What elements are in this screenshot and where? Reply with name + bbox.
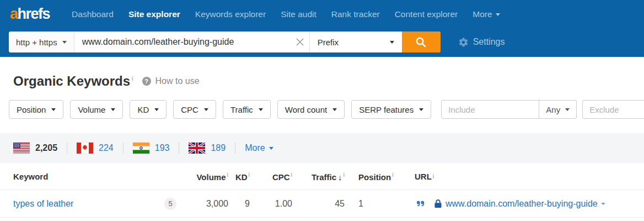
more-countries-button[interactable]: More xyxy=(245,143,273,153)
nav-item-site-audit[interactable]: Site audit xyxy=(281,9,316,19)
country-tab-india[interactable]: 193 xyxy=(133,143,170,154)
chevron-down-icon xyxy=(154,108,159,111)
target-url-input[interactable] xyxy=(74,31,291,52)
chevron-down-icon xyxy=(390,41,394,44)
country-count: 2,205 xyxy=(35,143,57,153)
chevron-down-icon xyxy=(111,108,115,111)
nav-item-content-explorer[interactable]: Content explorer xyxy=(395,9,458,19)
traffic-cell: 45 xyxy=(292,199,345,209)
exclude-input[interactable] xyxy=(583,101,644,118)
filter-toolbar: Position Volume KD CPC Traffic Word coun… xyxy=(9,100,644,119)
title-row: Organic Keywordsi ? How to use xyxy=(0,57,644,89)
chevron-down-icon xyxy=(332,108,337,111)
country-tab-united-kingdom[interactable]: 189 xyxy=(189,143,226,154)
table-row: types of leather 5 3,000 9 1.00 45 1 www… xyxy=(0,190,644,218)
column-header-volume[interactable]: Volumei xyxy=(176,171,228,182)
nav-item-site-explorer[interactable]: Site explorer xyxy=(128,9,180,19)
include-input[interactable] xyxy=(442,105,539,114)
filter-volume[interactable]: Volume xyxy=(70,100,123,119)
filter-word-count[interactable]: Word count xyxy=(277,100,345,119)
url-cell: www.domain.com/leather-buying-guide xyxy=(408,199,644,209)
settings-button[interactable]: Settings xyxy=(458,37,505,48)
match-mode-dropdown[interactable]: Any xyxy=(539,101,576,118)
column-header-url[interactable]: URLi xyxy=(408,172,644,181)
clear-input-button[interactable] xyxy=(291,31,309,52)
keyword-cell: types of leather 5 xyxy=(13,198,176,210)
filter-position[interactable]: Position xyxy=(9,100,63,119)
filter-serp-features[interactable]: SERP features xyxy=(351,100,431,119)
sort-descending-icon: ↓ xyxy=(338,172,342,182)
column-header-kd[interactable]: KDi xyxy=(228,171,250,182)
us-flag-icon xyxy=(13,143,30,154)
exclude-filter xyxy=(582,100,644,119)
mode-dropdown[interactable]: Prefix xyxy=(309,31,402,52)
url-link[interactable]: www.domain.com/leather-buying-guide xyxy=(446,199,598,209)
column-header-cpc[interactable]: CPCi xyxy=(250,171,292,182)
canada-flag-icon xyxy=(77,143,93,154)
page-title: Organic Keywordsi xyxy=(13,73,133,89)
country-count: 193 xyxy=(155,143,170,153)
include-filter: Any xyxy=(441,100,577,119)
lock-icon xyxy=(434,199,442,208)
nav-item-dashboard[interactable]: Dashboard xyxy=(72,9,114,19)
divider xyxy=(179,143,179,154)
india-flag-icon xyxy=(133,143,149,154)
position-cell: 1 xyxy=(345,199,408,209)
column-header-keyword[interactable]: Keyword xyxy=(13,172,176,181)
chevron-down-icon[interactable] xyxy=(601,203,605,205)
country-tab-canada[interactable]: 224 xyxy=(77,143,114,154)
country-count: 189 xyxy=(211,143,226,153)
info-superscript: i xyxy=(392,171,393,178)
table-header: Keyword Volumei KDi CPCi Traffic↓i Posit… xyxy=(0,163,644,190)
logo-rest: hrefs xyxy=(18,6,50,22)
nav-item-keywords-explorer[interactable]: Keywords explorer xyxy=(195,9,266,19)
nav-item-rank-tracker[interactable]: Rank tracker xyxy=(331,9,380,19)
chevron-down-icon xyxy=(259,108,263,111)
how-to-use-link[interactable]: ? How to use xyxy=(142,76,200,86)
filter-traffic[interactable]: Traffic xyxy=(223,100,271,119)
info-superscript: i xyxy=(433,173,434,180)
serp-features-badge[interactable]: 5 xyxy=(164,198,176,210)
close-icon xyxy=(296,38,304,46)
ahrefs-logo[interactable]: ahrefs xyxy=(10,6,50,23)
top-header: ahrefs Dashboard Site explorer Keywords … xyxy=(0,0,644,57)
uk-flag-icon xyxy=(189,143,205,154)
keyword-link[interactable]: types of leather xyxy=(13,199,73,209)
info-superscript: i xyxy=(132,75,133,82)
divider xyxy=(123,143,124,154)
country-count: 224 xyxy=(99,143,114,153)
search-bar: http + https Prefix xyxy=(9,31,441,52)
volume-cell: 3,000 xyxy=(176,199,228,209)
column-header-traffic[interactable]: Traffic↓i xyxy=(292,171,345,182)
kd-cell: 9 xyxy=(228,199,250,209)
chevron-down-icon xyxy=(51,108,56,111)
gear-icon xyxy=(458,37,469,48)
chevron-down-icon xyxy=(204,108,208,111)
column-header-position[interactable]: Positioni xyxy=(345,171,408,182)
quote-icon[interactable] xyxy=(415,199,426,208)
chevron-down-icon xyxy=(565,108,570,111)
chevron-down-icon xyxy=(496,13,500,16)
main-nav: ahrefs Dashboard Site explorer Keywords … xyxy=(0,0,644,28)
chevron-down-icon xyxy=(419,108,423,111)
search-row: http + https Prefix Settings xyxy=(9,31,644,52)
search-icon xyxy=(415,36,427,48)
logo-accent: a xyxy=(10,6,18,22)
chevron-down-icon xyxy=(269,147,273,150)
search-button[interactable] xyxy=(402,31,441,52)
chevron-down-icon xyxy=(62,41,67,44)
cpc-cell: 1.00 xyxy=(250,199,292,209)
nav-item-more[interactable]: More xyxy=(473,9,500,19)
country-tab-united-states[interactable]: 2,205 xyxy=(13,143,57,154)
divider xyxy=(67,143,67,154)
filter-kd[interactable]: KD xyxy=(130,100,167,119)
country-tabs: 2,205 224 193 189 More xyxy=(0,133,644,163)
help-icon: ? xyxy=(142,77,151,86)
protocol-dropdown[interactable]: http + https xyxy=(9,31,74,52)
divider xyxy=(235,143,235,154)
filter-cpc[interactable]: CPC xyxy=(173,100,216,119)
